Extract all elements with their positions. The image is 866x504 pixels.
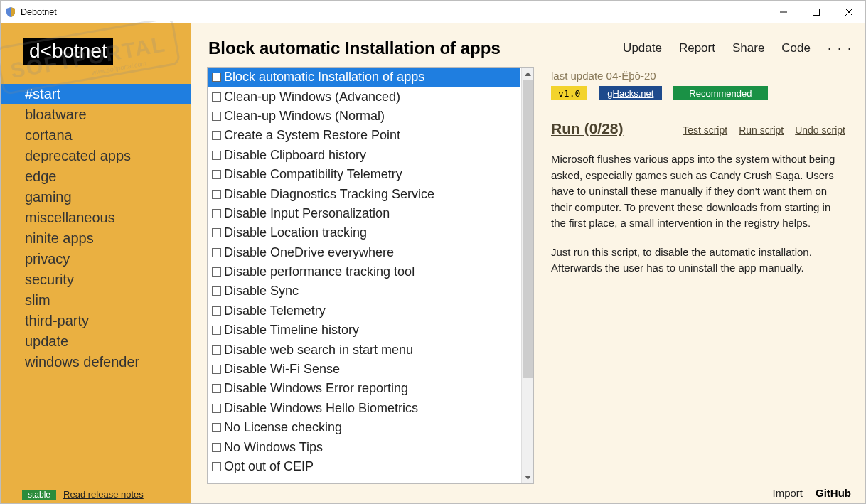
checkbox[interactable] — [212, 267, 221, 277]
list-item[interactable]: Disable Clipboard history — [208, 146, 520, 165]
list-item-label: Disable Location tracking — [224, 225, 367, 240]
test-script-link[interactable]: Test script — [683, 124, 727, 136]
list-item-label: Disable Sync — [224, 284, 299, 299]
sidebar-item[interactable]: edge — [1, 166, 191, 187]
sidebar-item[interactable]: bloatware — [1, 104, 191, 125]
list-item[interactable]: No Windows Tips — [208, 437, 520, 456]
list-item[interactable]: Opt out of CEIP — [208, 457, 520, 476]
release-notes-link[interactable]: Read release notes — [63, 489, 144, 500]
sidebar-footer: stable Read release notes — [1, 486, 191, 503]
sidebar-item[interactable]: gaming — [1, 187, 191, 208]
list-item-label: Disable Input Personalization — [224, 206, 390, 221]
checkbox[interactable] — [212, 190, 221, 199]
scrollbar-thumb[interactable] — [523, 80, 533, 378]
list-item[interactable]: Disable Input Personalization — [208, 204, 520, 223]
content-row: Block automatic Installation of appsClea… — [191, 67, 865, 484]
brand-logo: d<botnet — [23, 38, 113, 65]
header-link-share[interactable]: Share — [732, 41, 764, 55]
header-link-code[interactable]: Code — [781, 41, 811, 55]
sidebar-item[interactable]: third-party — [1, 311, 191, 331]
checkbox[interactable] — [212, 248, 221, 257]
checkbox[interactable] — [212, 345, 221, 355]
checkbox[interactable] — [212, 326, 221, 335]
list-item[interactable]: Disable Sync — [208, 282, 520, 301]
list-item[interactable]: Disable web search in start menu — [208, 340, 520, 359]
checkbox[interactable] — [212, 384, 221, 393]
list-item[interactable]: Disable Location tracking — [208, 223, 520, 242]
info-pane: last update 04-Ëþò-20 v1.0 gHacks.net Re… — [534, 67, 865, 484]
list-item[interactable]: Disable Windows Error reporting — [208, 379, 520, 398]
header-link-update[interactable]: Update — [623, 41, 662, 55]
last-update-text: last update 04-Ëþò-20 — [551, 70, 845, 82]
svg-marker-4 — [525, 72, 531, 76]
undo-script-link[interactable]: Undo script — [795, 124, 845, 136]
minimize-button[interactable] — [767, 1, 800, 23]
checkbox[interactable] — [212, 151, 221, 160]
list-item[interactable]: Create a System Restore Point — [208, 126, 520, 145]
script-list[interactable]: Block automatic Installation of appsClea… — [208, 68, 520, 483]
sidebar-item[interactable]: windows defender — [1, 352, 191, 372]
client-area: d<botnet #startbloatwarecortanadeprecate… — [1, 23, 865, 503]
checkbox[interactable] — [212, 423, 221, 432]
checkbox[interactable] — [212, 209, 221, 218]
list-item-label: Disable Wi-Fi Sense — [224, 362, 340, 377]
titlebar: Debotnet — [1, 1, 865, 23]
run-counter-link[interactable]: Run (0/28) — [551, 120, 624, 137]
scroll-up-icon[interactable] — [522, 68, 533, 80]
sidebar-item[interactable]: slim — [1, 290, 191, 311]
list-item[interactable]: Disable performance tracking tool — [208, 262, 520, 282]
run-script-link[interactable]: Run script — [739, 124, 784, 136]
list-item[interactable]: Disable Timeline history — [208, 321, 520, 340]
checkbox[interactable] — [212, 73, 221, 82]
list-item-label: Disable Clipboard history — [224, 148, 366, 163]
checkbox[interactable] — [212, 170, 221, 179]
more-menu-icon[interactable]: · · · — [828, 41, 852, 56]
list-item[interactable]: Block automatic Installation of apps — [208, 68, 520, 87]
checkbox[interactable] — [212, 112, 221, 121]
window-title: Debotnet — [21, 7, 57, 17]
checkbox[interactable] — [212, 365, 221, 374]
list-item[interactable]: Clean-up Windows (Advanced) — [208, 87, 520, 106]
list-item[interactable]: Disable Windows Hello Biometrics — [208, 399, 520, 418]
version-badge: v1.0 — [551, 86, 587, 100]
checkbox[interactable] — [212, 306, 221, 316]
checkbox[interactable] — [212, 92, 221, 102]
sidebar-item[interactable]: privacy — [1, 249, 191, 269]
checkbox[interactable] — [212, 286, 221, 296]
sidebar-item[interactable]: #start — [1, 84, 191, 104]
list-item[interactable]: Disable Wi-Fi Sense — [208, 360, 520, 379]
description-paragraph-2: Just run this script, to disable the aut… — [551, 245, 845, 277]
list-item[interactable]: Disable OneDrive everywhere — [208, 243, 520, 262]
checkbox[interactable] — [212, 404, 221, 413]
checkbox[interactable] — [212, 131, 221, 140]
list-item-label: Disable Windows Hello Biometrics — [224, 401, 418, 416]
checkbox[interactable] — [212, 462, 221, 471]
sidebar-item[interactable]: cortana — [1, 125, 191, 146]
list-item-label: Disable Compatibility Telemetry — [224, 167, 402, 182]
badges-row: v1.0 gHacks.net Recommended — [551, 86, 845, 100]
checkbox[interactable] — [212, 228, 221, 237]
svg-marker-5 — [525, 476, 531, 480]
sidebar-item[interactable]: security — [1, 269, 191, 290]
list-item[interactable]: Disable Compatibility Telemetry — [208, 165, 520, 184]
sidebar-item[interactable]: deprecated apps — [1, 146, 191, 166]
checkbox[interactable] — [212, 443, 221, 452]
sidebar-item[interactable]: update — [1, 331, 191, 352]
list-item[interactable]: Disable Diagnostics Tracking Service — [208, 184, 520, 203]
list-item[interactable]: No License checking — [208, 418, 520, 437]
maximize-button[interactable] — [800, 1, 833, 23]
source-link-badge[interactable]: gHacks.net — [599, 86, 662, 100]
github-link[interactable]: GitHub — [816, 487, 851, 499]
scroll-down-icon[interactable] — [522, 471, 533, 483]
list-item[interactable]: Disable Telemetry — [208, 301, 520, 321]
sidebar-item[interactable]: miscellaneous — [1, 208, 191, 228]
sidebar-item[interactable]: ninite apps — [1, 228, 191, 249]
window-controls — [767, 1, 865, 23]
list-item[interactable]: Clean-up Windows (Normal) — [208, 107, 520, 126]
list-item-label: Clean-up Windows (Normal) — [224, 109, 385, 124]
header-link-report[interactable]: Report — [679, 41, 715, 55]
close-button[interactable] — [833, 1, 865, 23]
import-link[interactable]: Import — [772, 487, 803, 499]
scrollbar[interactable] — [521, 68, 533, 483]
sidebar-list: #startbloatwarecortanadeprecated appsedg… — [1, 84, 191, 486]
